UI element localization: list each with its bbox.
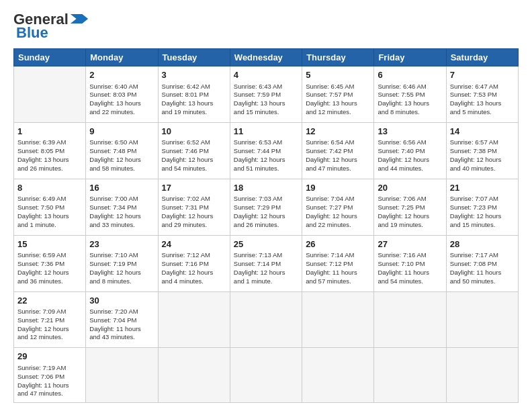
day-number: 13 [378,126,442,138]
calendar-cell: 25Sunrise: 7:13 AMSunset: 7:14 PMDayligh… [230,235,302,291]
day-number: 15 [17,238,82,250]
day-info: Sunrise: 6:57 AM [450,138,515,147]
calendar-cell [446,291,518,348]
calendar-cell [158,348,230,403]
day-number: 26 [306,238,370,250]
day-info: and 22 minutes. [89,108,154,117]
day-info: Sunrise: 7:19 AM [17,364,82,373]
logo-arrow-icon [70,14,89,24]
weekday-header: Monday [86,49,158,66]
day-info: Sunset: 8:05 PM [17,147,82,156]
day-info: Sunset: 7:10 PM [378,260,442,269]
day-number: 11 [234,126,298,138]
calendar-cell: 21Sunrise: 7:07 AMSunset: 7:23 PMDayligh… [446,179,518,235]
calendar-cell: 12Sunrise: 6:54 AMSunset: 7:42 PMDayligh… [302,122,374,179]
weekday-header: Friday [374,49,446,66]
day-info: and 15 minutes. [234,108,298,117]
calendar-cell [86,348,158,403]
calendar-cell [302,348,374,403]
day-info: Sunset: 7:08 PM [450,260,515,269]
day-info: Sunset: 7:06 PM [17,373,82,381]
day-info: Sunrise: 6:52 AM [162,138,226,147]
day-number: 30 [89,295,154,307]
day-info: Sunrise: 7:12 AM [162,251,226,260]
day-info: Daylight: 13 hours [17,212,82,221]
day-info: and 22 minutes. [306,221,370,230]
calendar-cell: 15Sunrise: 6:59 AMSunset: 7:36 PMDayligh… [14,235,86,291]
logo-blue: Blue [16,24,48,42]
calendar-cell: 18Sunrise: 7:03 AMSunset: 7:29 PMDayligh… [230,179,302,235]
day-info: Sunset: 7:38 PM [450,147,515,156]
weekday-header: Wednesday [230,49,302,66]
day-info: and 47 minutes. [306,165,370,173]
day-info: and 26 minutes. [234,221,298,230]
day-info: Daylight: 12 hours [162,156,226,165]
calendar-cell: 19Sunrise: 7:04 AMSunset: 7:27 PMDayligh… [302,179,374,235]
calendar-cell [374,348,446,403]
calendar-cell: 9Sunrise: 6:50 AMSunset: 7:48 PMDaylight… [86,122,158,179]
calendar-cell: 2Sunrise: 6:40 AMSunset: 8:03 PMDaylight… [86,66,158,123]
calendar-cell: 13Sunrise: 6:56 AMSunset: 7:40 PMDayligh… [374,122,446,179]
day-info: Sunrise: 6:45 AM [306,83,370,91]
day-info: and 29 minutes. [162,221,226,230]
day-info: and 54 minutes. [378,277,442,286]
day-info: and 1 minute. [234,277,298,286]
day-info: Sunrise: 7:07 AM [450,195,515,203]
day-info: and 12 minutes. [17,333,82,342]
day-number: 16 [89,182,154,194]
calendar-cell: 29Sunrise: 7:19 AMSunset: 7:06 PMDayligh… [14,348,86,403]
day-info: and 4 minutes. [162,277,226,286]
day-info: Daylight: 12 hours [378,212,442,221]
day-info: Daylight: 13 hours [162,99,226,108]
day-info: Daylight: 12 hours [17,325,82,334]
day-info: and 50 minutes. [450,277,515,286]
calendar-cell: 8Sunrise: 6:49 AMSunset: 7:50 PMDaylight… [14,179,86,235]
page: General Blue SundayMondayTuesdayWednesda… [0,0,532,411]
day-info: and 19 minutes. [378,221,442,230]
day-info: Sunrise: 7:04 AM [306,195,370,203]
day-info: Daylight: 12 hours [234,269,298,277]
day-number: 2 [89,69,154,81]
day-info: Sunrise: 6:46 AM [378,83,442,91]
day-info: and 57 minutes. [306,277,370,286]
day-info: Sunset: 7:34 PM [89,203,154,212]
day-info: Sunset: 8:03 PM [89,91,154,99]
day-info: Sunrise: 6:53 AM [234,138,298,147]
calendar-cell [158,291,230,348]
day-info: Daylight: 12 hours [450,156,515,165]
day-info: Daylight: 12 hours [89,269,154,277]
day-info: Sunrise: 7:16 AM [378,251,442,260]
day-info: Sunset: 7:27 PM [306,203,370,212]
calendar-cell: 5Sunrise: 6:45 AMSunset: 7:57 PMDaylight… [302,66,374,123]
day-info: and 58 minutes. [89,165,154,173]
day-info: Daylight: 13 hours [17,156,82,165]
day-info: Daylight: 13 hours [89,99,154,108]
day-info: Daylight: 13 hours [378,99,442,108]
day-info: and 47 minutes. [17,390,82,398]
calendar-cell: 6Sunrise: 6:46 AMSunset: 7:55 PMDaylight… [374,66,446,123]
day-number: 29 [17,351,82,363]
calendar-cell: 30Sunrise: 7:20 AMSunset: 7:04 PMDayligh… [86,291,158,348]
day-info: Sunrise: 6:59 AM [17,251,82,260]
day-info: Sunrise: 7:03 AM [234,195,298,203]
day-info: Daylight: 12 hours [89,156,154,165]
calendar-cell: 20Sunrise: 7:06 AMSunset: 7:25 PMDayligh… [374,179,446,235]
weekday-header: Sunday [14,49,86,66]
day-number: 20 [378,182,442,194]
day-number: 22 [17,295,82,307]
day-number: 9 [89,126,154,138]
weekday-header: Saturday [446,49,518,66]
day-info: and 40 minutes. [450,165,515,173]
day-info: Daylight: 12 hours [162,269,226,277]
calendar-cell: 10Sunrise: 6:52 AMSunset: 7:46 PMDayligh… [158,122,230,179]
calendar-cell: 4Sunrise: 6:43 AMSunset: 7:59 PMDaylight… [230,66,302,123]
logo: General Blue [13,11,89,42]
day-info: and 19 minutes. [162,108,226,117]
day-info: Sunset: 7:44 PM [234,147,298,156]
day-info: and 54 minutes. [162,165,226,173]
calendar-cell: 17Sunrise: 7:02 AMSunset: 7:31 PMDayligh… [158,179,230,235]
calendar-cell: 14Sunrise: 6:57 AMSunset: 7:38 PMDayligh… [446,122,518,179]
day-number: 18 [234,182,298,194]
day-info: Sunset: 7:14 PM [234,260,298,269]
day-info: Sunset: 7:19 PM [89,260,154,269]
